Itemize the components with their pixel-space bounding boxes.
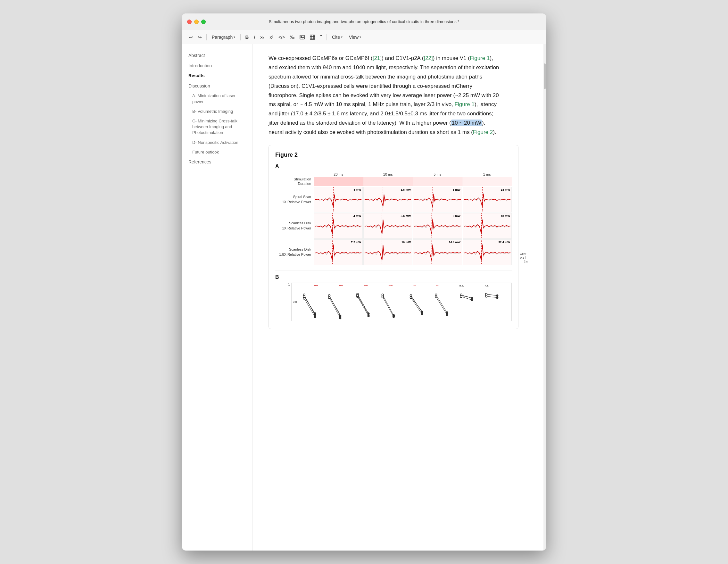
stim-cell-1 [314, 177, 363, 186]
scale-bar: ΔF/F 0.1 |_ 2 s [520, 253, 528, 264]
svg-point-74 [496, 294, 498, 296]
subscript-button[interactable]: x₂ [258, 33, 266, 41]
figure-title: Figure 2 [275, 152, 512, 158]
sidebar-item-discussion[interactable]: Discussion [182, 81, 252, 91]
sidebar-item-introduction[interactable]: Introduction [182, 61, 252, 71]
minimize-button[interactable] [194, 20, 199, 24]
svg-point-34 [339, 315, 341, 317]
waveform-cell-r3c4: 32.4 mW [463, 239, 512, 265]
sidebar-item-sub-d[interactable]: D- Nonspecific Activation [182, 138, 252, 147]
col-header-1: 20 ms [314, 172, 363, 177]
svg-point-49 [393, 316, 395, 318]
row2-label: Scanless Disk 1X Relative Power [275, 213, 314, 239]
svg-point-47 [382, 296, 384, 298]
figure1-link-2[interactable]: Figure 1 [455, 101, 475, 107]
view-chevron-icon: ▾ [360, 35, 361, 39]
paragraph-mid1: ) and C1V1-p2A ( [382, 55, 424, 61]
svg-point-42 [368, 312, 369, 314]
y-axis-1: 1 [282, 283, 291, 321]
svg-line-22 [304, 295, 315, 314]
svg-line-71 [486, 296, 497, 297]
figure1-link[interactable]: Figure 1 [470, 55, 490, 61]
view-label: View [349, 35, 359, 40]
scrollbar-thumb[interactable] [544, 63, 546, 89]
svg-rect-2 [310, 35, 315, 39]
view-dropdown[interactable]: View ▾ [346, 33, 364, 41]
power-r1c2: 5.6 mW [401, 188, 411, 191]
ref-21-link[interactable]: [21] [373, 55, 382, 61]
waveform-cell-r2c3: 8 mW [413, 213, 462, 239]
svg-line-52 [411, 296, 422, 311]
power-r1c1: 4 mW [353, 188, 361, 191]
table-button[interactable] [308, 33, 317, 41]
svg-point-69 [471, 299, 473, 301]
svg-line-64 [461, 296, 472, 300]
svg-line-37 [358, 296, 368, 316]
panel-b-chart [292, 288, 511, 321]
paragraph-end: ). [493, 129, 496, 135]
svg-point-75 [496, 296, 498, 298]
bold-button[interactable]: B [243, 33, 251, 41]
toolbar: ↩ ↪ Paragraph ▾ B I x₂ x² </> ‰ [182, 30, 546, 44]
scrollbar-track[interactable] [543, 44, 546, 551]
figure2-link[interactable]: Figure 2 [473, 129, 493, 135]
sig-label-4: **** [389, 284, 393, 287]
svg-point-33 [328, 296, 330, 298]
undo-button[interactable]: ↩ [187, 33, 195, 41]
svg-line-29 [329, 295, 340, 316]
power-r1c4: 18 mW [501, 188, 510, 191]
svg-point-72 [485, 293, 487, 295]
figure-2-container: Figure 2 A 20 ms 10 ms 5 ms 1 ms Stimula… [269, 145, 518, 329]
sidebar-item-results[interactable]: Results [182, 71, 252, 81]
sidebar-item-sub-b[interactable]: B- Volumetric Imaging [182, 107, 252, 116]
paragraph-mid2: ) in mouse V1 ( [433, 55, 470, 61]
svg-point-61 [446, 311, 448, 313]
waveform-cell-r3c3: 14.4 mW [413, 239, 462, 265]
sig-label-7: n.s. [459, 284, 464, 287]
svg-point-25 [303, 295, 305, 297]
code-button[interactable]: </> [277, 33, 287, 41]
image-button[interactable] [298, 33, 307, 41]
waveform-cell-r3c1: 7.2 mW [314, 239, 363, 265]
superscript-button[interactable]: x² [268, 33, 275, 41]
sidebar-item-sub-c[interactable]: C- Minimizing Cross-talk between Imaging… [182, 116, 252, 138]
svg-point-62 [446, 313, 448, 315]
waveform-cell-r2c1: 4 mW [314, 213, 363, 239]
italic-button[interactable]: I [252, 33, 257, 41]
cite-label: Cite [332, 35, 340, 40]
sidebar-item-future-outlook[interactable]: Future outlook [182, 147, 252, 157]
row1-label: Spiral Scan 1X Relative Power [275, 187, 314, 212]
window-title: Simultaneous two-photon imaging and two-… [269, 19, 459, 24]
traffic-lights [187, 20, 206, 24]
stim-cell-4 [462, 177, 512, 186]
redo-button[interactable]: ↪ [196, 33, 204, 41]
waveform-cell-r1c2: 5.6 mW [363, 187, 412, 212]
sidebar-item-references[interactable]: References [182, 157, 252, 167]
sig-label-2: **** [339, 284, 343, 287]
panel-b-graph: **** **** **** **** ** ** n.s. n.s. [291, 283, 512, 321]
svg-point-27 [314, 316, 316, 318]
sidebar-item-sub-a[interactable]: A- Minimization of laser power [182, 91, 252, 106]
ref-22-link[interactable]: [22] [424, 55, 433, 61]
stim-duration-label: StimulationDuration [275, 177, 314, 186]
sidebar-item-abstract[interactable]: Abstract [182, 51, 252, 61]
paragraph-dropdown[interactable]: Paragraph ▾ [209, 33, 238, 41]
svg-point-28 [314, 312, 316, 314]
svg-point-73 [485, 295, 487, 297]
col-header-2: 10 ms [363, 172, 413, 177]
svg-line-65 [461, 295, 472, 297]
figure-panel-b: B 1 **** **** **** **** ** ** [275, 270, 512, 321]
cite-dropdown[interactable]: Cite ▾ [329, 33, 345, 41]
close-button[interactable] [187, 20, 192, 24]
svg-line-36 [358, 294, 368, 314]
chevron-down-icon: ▾ [234, 35, 235, 39]
special-button[interactable]: ‰ [288, 33, 296, 41]
svg-line-38 [358, 295, 368, 314]
panel-a-label: A [275, 163, 512, 169]
highlight-power: 10 ~ 20 mW [451, 120, 482, 126]
svg-line-30 [329, 297, 340, 318]
maximize-button[interactable] [201, 20, 206, 24]
quote-button[interactable]: " [318, 33, 324, 41]
paragraph-start: We co-expressed GCaMP6s or GCaMP6f ( [269, 55, 373, 61]
svg-rect-0 [300, 35, 304, 39]
